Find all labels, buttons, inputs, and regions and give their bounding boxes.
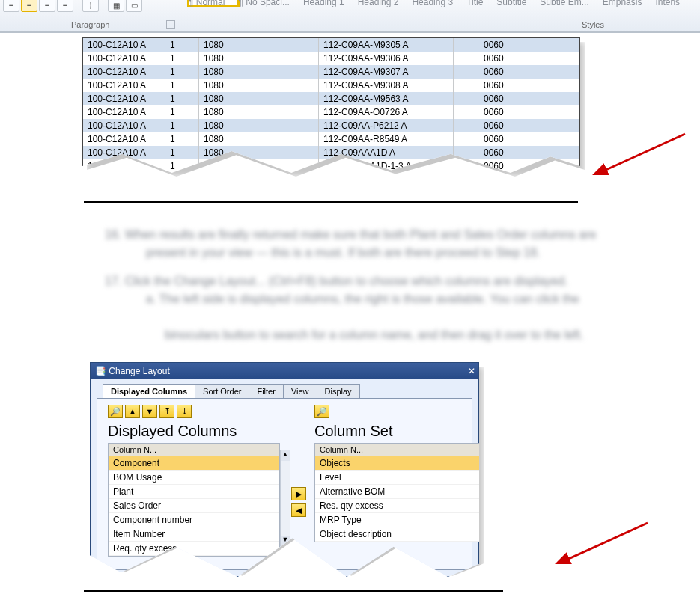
right-toolbar: 🔎 xyxy=(314,405,487,418)
move-bottom-button[interactable]: ⤓ xyxy=(177,405,192,418)
styles-group-label: Styles xyxy=(582,20,604,29)
table-cell: 100-C12A10 A xyxy=(83,132,165,146)
column-set-list[interactable]: Column N... Objects Level Alternative BO… xyxy=(314,443,487,542)
table-cell: 112-C09AA-O0726 A xyxy=(319,105,454,119)
list-item[interactable]: Alternative BOM xyxy=(315,485,486,499)
style-subtle-em[interactable]: Subtle Em... xyxy=(535,0,593,7)
table-cell: 1 xyxy=(165,119,199,132)
list-item[interactable]: Object description xyxy=(315,527,486,542)
style-title[interactable]: Title xyxy=(462,0,487,7)
table-cell: 1 xyxy=(165,52,199,65)
align-left-button[interactable]: ≡ xyxy=(3,0,19,12)
list-header: Column N... xyxy=(109,444,279,456)
scrollbar[interactable]: ▲ ▼ xyxy=(280,450,290,547)
move-left-button[interactable]: ◀ xyxy=(291,503,306,517)
horizontal-rule-1 xyxy=(84,201,578,203)
table-cell: 1 xyxy=(165,65,199,79)
table-cell: 112-C09AA-M9307 A xyxy=(319,65,454,79)
line-spacing-button[interactable]: ‡ xyxy=(82,0,99,12)
list-item[interactable]: BOM Usage xyxy=(109,471,279,485)
style-subtitle[interactable]: Subtitle xyxy=(492,0,531,7)
table-cell: 112-C09AA-M9308 A xyxy=(319,79,454,92)
scroll-up-icon[interactable]: ▲ xyxy=(281,450,290,461)
paragraph-dialog-launcher-icon[interactable] xyxy=(166,20,175,29)
table-cell: 1 xyxy=(165,79,199,92)
scroll-down-icon[interactable]: ▼ xyxy=(487,536,496,546)
table-cell: 112-C09AA-M9305 A xyxy=(319,38,454,52)
table-cell: 1 xyxy=(165,105,199,119)
style-intense[interactable]: Intens xyxy=(651,0,684,7)
align-justify-button[interactable]: ≡ xyxy=(57,0,73,12)
list-item[interactable]: Item Number xyxy=(109,527,279,542)
style-normal[interactable]: ¶ Normal xyxy=(184,0,229,7)
table-cell: 100-C12A10 A xyxy=(83,79,165,92)
scroll-up-icon[interactable]: ▲ xyxy=(487,450,496,461)
close-icon[interactable]: ✕ xyxy=(465,363,478,379)
tab-display[interactable]: Display xyxy=(317,384,360,398)
list-item[interactable]: Level xyxy=(315,471,486,485)
annotation-arrow-1 xyxy=(591,130,689,175)
tab-displayed-columns[interactable]: Displayed Columns xyxy=(103,384,195,398)
find-button[interactable]: 🔎 xyxy=(108,405,123,418)
style-nospacing[interactable]: ¶ No Spaci... xyxy=(234,0,293,7)
style-heading1[interactable]: Heading 1 xyxy=(299,0,349,7)
table-cell: 1080 xyxy=(199,92,319,105)
styles-gallery[interactable]: ¶ Normal ¶ No Spaci... Heading 1 Heading… xyxy=(184,0,684,7)
dialog-title-icon: 📑 xyxy=(95,366,109,376)
dialog-titlebar[interactable]: 📑 Change Layout ✕ xyxy=(91,363,478,379)
table-row: 100-C12A10 A11080112-C09AA-M9306 A0060 xyxy=(83,52,579,65)
table-cell: 0060 xyxy=(454,105,573,119)
scrollbar[interactable]: ▲ ▼ xyxy=(487,450,497,547)
move-down-button[interactable]: ▼ xyxy=(142,405,157,418)
move-right-button[interactable]: ▶ xyxy=(291,487,306,500)
instruction-step-16: 16. When results are finally returned ma… xyxy=(105,226,700,262)
blur-line: 16. When results are finally returned ma… xyxy=(105,228,596,241)
change-layout-screenshot: 📑 Change Layout ✕ Displayed Columns Sort… xyxy=(90,362,479,577)
list-item[interactable]: Req. qty excess xyxy=(109,542,279,556)
table-cell: 0060 xyxy=(454,79,573,92)
table-cell: 0060 xyxy=(454,65,573,79)
table-row: 100-C12A10 A11080112-C09AA-M9563 A0060 xyxy=(83,92,579,105)
style-heading2[interactable]: Heading 2 xyxy=(353,0,404,7)
dialog-tabstrip: Displayed Columns Sort Order Filter View… xyxy=(103,384,478,398)
list-item[interactable]: Res. qty excess xyxy=(315,499,486,513)
list-item[interactable]: Plant xyxy=(109,485,279,499)
table-cell: 112-C09AA-R8549 A xyxy=(319,132,454,146)
style-heading3[interactable]: Heading 3 xyxy=(407,0,457,7)
annotation-arrow-2 xyxy=(554,519,651,564)
align-center-button[interactable]: ≡ xyxy=(21,0,37,12)
list-item[interactable]: Component number xyxy=(109,513,279,527)
table-cell: 112-C09AA-M9563 A xyxy=(319,92,454,105)
blur-line: present in your view — this is a must. I… xyxy=(105,244,700,262)
results-table: 100-C12A10 A11080112-C09AA-M9305 A006010… xyxy=(82,37,580,173)
displayed-columns-list[interactable]: Column N... Component BOM Usage Plant Sa… xyxy=(108,443,280,557)
ribbon-group-paragraph: ≡ ≡ ≡ ≡ ‡ ▦ ▭ Paragraph xyxy=(0,0,180,33)
table-cell: 1 xyxy=(165,38,199,52)
tab-view[interactable]: View xyxy=(283,384,317,398)
table-cell: 100-C12A10 A xyxy=(83,119,165,132)
blur-line: a. The left side is displayed columns, t… xyxy=(105,290,700,308)
list-item[interactable]: Component xyxy=(109,456,279,471)
table-cell: 1080 xyxy=(199,79,319,92)
borders-button[interactable]: ▭ xyxy=(126,0,142,12)
table-cell: 100-C12A10 A xyxy=(83,52,165,65)
table-cell: 112-C09AA-M9306 A xyxy=(319,52,454,65)
tab-filter[interactable]: Filter xyxy=(249,384,283,398)
table-cell: 1 xyxy=(165,146,199,159)
paragraph-group-label: Paragraph xyxy=(71,20,109,29)
list-item[interactable]: MRP Type xyxy=(315,513,486,527)
list-item[interactable]: Sales Order xyxy=(109,499,279,513)
table-cell: 1080 xyxy=(199,65,319,79)
move-up-button[interactable]: ▲ xyxy=(125,405,140,418)
find-button[interactable]: 🔎 xyxy=(314,405,329,418)
shading-button[interactable]: ▦ xyxy=(108,0,124,12)
table-cell: 0060 xyxy=(454,119,573,132)
move-top-button[interactable]: ⤒ xyxy=(159,405,174,418)
blur-line: binoculars button to search for a column… xyxy=(105,326,700,344)
table-cell: 100-C12A10 A xyxy=(83,92,165,105)
style-emphasis[interactable]: Emphasis xyxy=(598,0,647,7)
list-item[interactable]: Objects xyxy=(315,456,486,471)
table-cell: 0060 xyxy=(454,38,573,52)
tab-sort-order[interactable]: Sort Order xyxy=(195,384,249,398)
align-right-button[interactable]: ≡ xyxy=(39,0,55,12)
